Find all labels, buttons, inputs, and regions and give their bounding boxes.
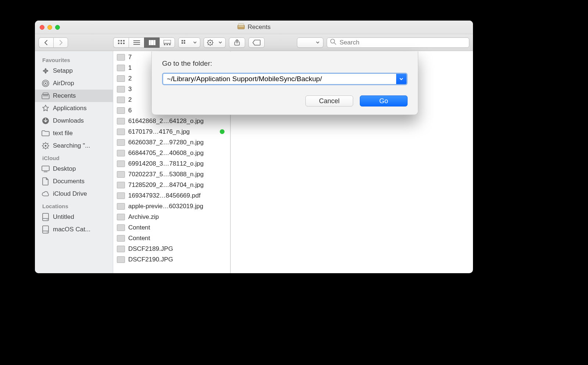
svg-rect-17	[166, 44, 168, 45]
file-name: Archive.zip	[128, 213, 227, 221]
sidebar-item-label: text file	[53, 130, 73, 137]
svg-line-54	[47, 148, 48, 148]
view-icon-button[interactable]	[113, 37, 129, 48]
sidebar-item-downloads[interactable]: Downloads	[35, 115, 113, 127]
path-dropdown-button[interactable]	[297, 37, 323, 48]
file-row[interactable]: apple-previe…6032019.jpg	[113, 201, 230, 212]
svg-rect-21	[182, 42, 183, 44]
group-by-button[interactable]	[178, 37, 200, 48]
folder-icon	[42, 129, 50, 137]
finder-window: Recents	[35, 21, 473, 273]
file-thumbnail-icon	[117, 182, 125, 188]
sidebar-item-documents[interactable]: Documents	[35, 175, 113, 188]
svg-point-48	[45, 145, 47, 147]
documents-icon	[42, 177, 50, 185]
svg-rect-13	[151, 40, 153, 45]
toolbar	[35, 34, 473, 51]
minimize-window-button[interactable]	[47, 25, 52, 30]
back-button[interactable]	[39, 37, 53, 48]
sidebar-item-recents[interactable]: Recents	[35, 90, 113, 102]
file-name: 6170179…4176_n.jpg	[128, 128, 216, 135]
file-row[interactable]: DSCF2190.JPG	[113, 254, 230, 265]
go-button[interactable]: Go	[360, 95, 408, 106]
file-name: apple-previe…6032019.jpg	[128, 203, 227, 210]
svg-point-42	[45, 83, 46, 84]
file-thumbnail-icon	[117, 235, 125, 242]
zoom-window-button[interactable]	[55, 25, 60, 30]
file-name: DSCF2189.JPG	[128, 245, 227, 253]
file-row[interactable]: 71285209_2…84704_n.jpg	[113, 180, 230, 190]
search-field[interactable]	[327, 37, 469, 48]
file-name: Content	[128, 224, 227, 231]
file-row[interactable]: DSCF2189.JPG	[113, 243, 230, 254]
view-gallery-button[interactable]	[159, 37, 175, 48]
file-row[interactable]: 66844705_2…40608_o.jpg	[113, 148, 230, 158]
file-name: 66260387_2…97280_n.jpg	[128, 139, 227, 146]
file-thumbnail-icon	[117, 256, 125, 263]
svg-rect-8	[123, 43, 125, 44]
svg-line-55	[43, 148, 44, 148]
path-input[interactable]	[163, 74, 396, 84]
svg-line-53	[43, 143, 44, 144]
file-row[interactable]: 169347932…8456669.pdf	[113, 190, 230, 201]
svg-rect-20	[184, 40, 185, 41]
sidebar-item-text-file[interactable]: text file	[35, 127, 113, 140]
nav-back-forward	[39, 37, 68, 48]
file-name: 70202237_5…53088_n.jpg	[128, 171, 227, 178]
sidebar-item-label: Downloads	[53, 117, 84, 124]
tags-button[interactable]	[248, 37, 265, 48]
titlebar: Recents	[35, 21, 473, 34]
file-row[interactable]: 6170179…4176_n.jpg	[113, 126, 230, 137]
sidebar-item-desktop[interactable]: Desktop	[35, 163, 113, 175]
file-row[interactable]: 70202237_5…53088_n.jpg	[113, 169, 230, 180]
file-thumbnail-icon	[117, 118, 125, 124]
svg-line-31	[208, 44, 209, 45]
share-button[interactable]	[229, 37, 245, 48]
sidebar-item-setapp[interactable]: Setapp	[35, 65, 113, 77]
forward-button[interactable]	[53, 37, 68, 48]
file-row[interactable]: 61642868_2…64128_o.jpg	[113, 116, 230, 126]
sidebar-item-untitled[interactable]: Untitled	[35, 211, 113, 223]
view-column-button[interactable]	[144, 37, 159, 48]
action-menu-button[interactable]	[204, 37, 226, 48]
svg-rect-59	[43, 213, 49, 221]
sidebar-item-applications[interactable]: Applications	[35, 102, 113, 115]
svg-rect-7	[121, 43, 122, 44]
sidebar-item-airdrop[interactable]: AirDrop	[35, 77, 113, 90]
file-row[interactable]: 66260387_2…97280_n.jpg	[113, 137, 230, 148]
file-row[interactable]: Content	[113, 222, 230, 233]
file-thumbnail-icon	[117, 54, 125, 61]
tag-green-icon	[220, 129, 225, 134]
path-combobox[interactable]	[162, 73, 408, 85]
file-name: DSCF2190.JPG	[128, 256, 227, 263]
svg-rect-43	[42, 94, 49, 99]
path-history-dropdown[interactable]	[396, 74, 406, 84]
sidebar-item-macos-cat-[interactable]: macOS Cat...	[35, 223, 113, 236]
svg-point-64	[47, 232, 48, 232]
recents-icon	[237, 23, 245, 31]
file-name: Content	[128, 235, 227, 242]
sidebar-item-label: iCloud Drive	[53, 190, 87, 198]
file-row[interactable]: Archive.zip	[113, 212, 230, 222]
svg-line-56	[47, 143, 48, 144]
file-thumbnail-icon	[117, 65, 125, 71]
file-thumbnail-icon	[117, 86, 125, 93]
sidebar-item-label: AirDrop	[53, 80, 74, 87]
sheet-buttons: Cancel Go	[162, 95, 408, 106]
cancel-button[interactable]: Cancel	[305, 95, 353, 106]
svg-rect-15	[164, 40, 171, 43]
view-list-button[interactable]	[129, 37, 144, 48]
svg-rect-19	[182, 40, 183, 41]
sidebar-item-icloud-drive[interactable]: iCloud Drive	[35, 188, 113, 200]
svg-rect-62	[43, 226, 49, 233]
file-thumbnail-icon	[117, 171, 125, 178]
sidebar-item-searching-[interactable]: Searching "...	[35, 140, 113, 152]
file-name: 66844705_2…40608_o.jpg	[128, 149, 227, 157]
close-window-button[interactable]	[40, 25, 44, 30]
file-row[interactable]: Content	[113, 233, 230, 243]
search-input[interactable]	[339, 39, 466, 47]
file-thumbnail-icon	[117, 160, 125, 167]
file-row[interactable]: 69914208_3…78112_o.jpg	[113, 158, 230, 169]
svg-point-24	[209, 42, 211, 43]
svg-line-32	[212, 40, 212, 41]
